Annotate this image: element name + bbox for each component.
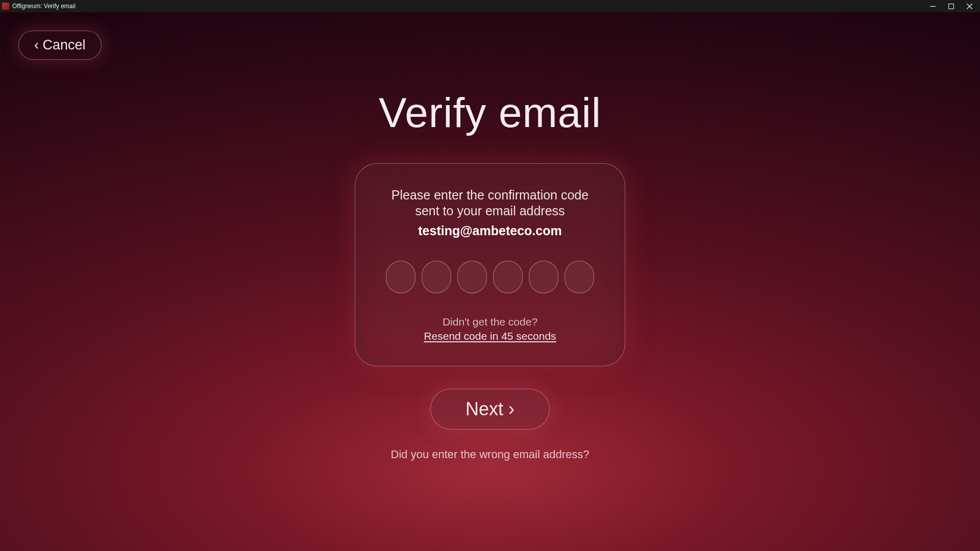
cancel-button[interactable]: ‹ Cancel xyxy=(18,31,102,60)
main-area: ‹ Cancel Verify email Please enter the c… xyxy=(0,12,980,551)
resend-block: Didn't get the code? Resend code in 45 s… xyxy=(424,316,556,342)
verify-card: Please enter the confirmation code sent … xyxy=(355,163,625,366)
card-prompt: Please enter the confirmation code sent … xyxy=(378,187,602,219)
minimize-button[interactable] xyxy=(928,2,937,11)
code-digit-4[interactable] xyxy=(493,261,523,293)
code-inputs xyxy=(386,261,594,293)
card-email: testing@ambeteco.com xyxy=(418,223,561,238)
code-digit-1[interactable] xyxy=(386,261,415,293)
resend-link[interactable]: Resend code in 45 seconds xyxy=(424,330,556,342)
next-button[interactable]: Next › xyxy=(430,389,550,430)
code-digit-3[interactable] xyxy=(457,261,487,293)
code-digit-2[interactable] xyxy=(422,261,451,293)
titlebar: Offigneum: Verify email xyxy=(0,0,980,12)
app-icon xyxy=(2,3,9,10)
resend-question: Didn't get the code? xyxy=(424,316,556,328)
maximize-button[interactable] xyxy=(946,2,955,11)
wrong-email-link[interactable]: Did you enter the wrong email address? xyxy=(391,448,590,461)
window-title: Offigneum: Verify email xyxy=(12,3,928,10)
page-title: Verify email xyxy=(379,89,601,137)
svg-rect-1 xyxy=(948,4,953,9)
window-controls xyxy=(928,2,978,11)
close-button[interactable] xyxy=(965,2,974,11)
code-digit-6[interactable] xyxy=(565,261,594,293)
code-digit-5[interactable] xyxy=(529,261,558,293)
